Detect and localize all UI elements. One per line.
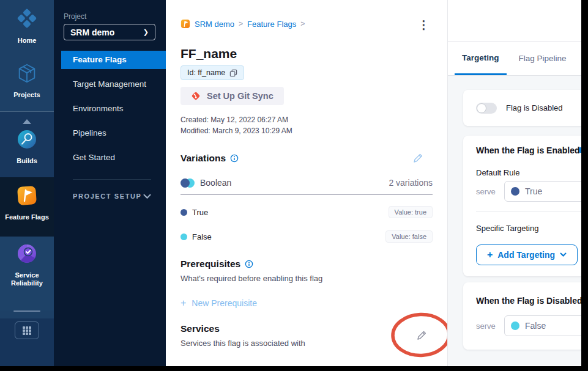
sidebar-item-target-management[interactable]: Target Management — [54, 72, 166, 97]
services-heading: Services — [180, 323, 220, 334]
page-title: FF_name — [180, 46, 237, 61]
breadcrumb-section-link[interactable]: Feature Flags — [247, 20, 296, 29]
new-prerequisite-button[interactable]: + New Prerequisite — [180, 298, 257, 309]
black-right-edge — [581, 0, 588, 371]
rail-item-home[interactable]: Home — [0, 7, 54, 45]
builds-icon — [16, 128, 38, 153]
breadcrumb-project-link[interactable]: SRM demo — [195, 20, 234, 29]
module-rail: Home Projects Builds Feature Flags — [0, 0, 54, 366]
flag-detail-main: SRM demo > Feature Flags > ⋮ FF_name Id:… — [166, 0, 447, 366]
setup-git-sync-button[interactable]: Set Up Git Sync — [180, 87, 284, 105]
project-setup-label: PROJECT SETUP — [73, 193, 142, 200]
rail-short-divider — [13, 310, 40, 312]
targeting-panel: Targeting Flag Pipeline Flag is Disabled… — [447, 0, 588, 366]
serve-value: False — [525, 321, 546, 331]
git-icon — [191, 91, 201, 101]
serve-true-select[interactable]: True — [504, 181, 588, 202]
rail-item-builds[interactable]: Builds — [0, 128, 54, 165]
toggle-knob — [477, 103, 486, 113]
rail-item-projects[interactable]: Projects — [0, 62, 54, 99]
flag-toggle-card: Flag is Disabled — [463, 90, 588, 126]
chevron-down-icon — [560, 252, 567, 257]
enabled-card-heading: When the Flag is Enabled — [476, 145, 580, 155]
tab-flag-pipeline[interactable]: Flag Pipeline — [512, 42, 574, 75]
grid-icon — [23, 326, 31, 335]
sidebar-item-environments[interactable]: Environments — [54, 97, 166, 121]
specific-targeting-label: Specific Targeting — [476, 224, 538, 233]
sidebar-item-feature-flags[interactable]: Feature Flags — [61, 51, 166, 69]
edit-services-pencil-icon[interactable] — [416, 330, 427, 343]
false-dot-icon — [511, 321, 519, 330]
project-setup-toggle[interactable]: PROJECT SETUP — [73, 191, 151, 202]
sidebar-item-pipelines[interactable]: Pipelines — [54, 121, 166, 145]
flag-enabled-card: When the Flag is Enabled Default Rule se… — [463, 136, 588, 276]
flag-disabled-card: When the Flag is Disabled serve False — [463, 282, 588, 350]
services-header: Services — [180, 323, 220, 334]
harness-ff-logo-icon — [180, 19, 190, 29]
rail-item-label: Home — [18, 37, 37, 45]
variations-header: Variations — [180, 153, 239, 164]
modified-timestamp: Modified: March 9, 2023 10:29 AM — [180, 127, 292, 135]
info-icon[interactable] — [245, 260, 253, 268]
app-grid-button[interactable] — [15, 321, 39, 339]
serve-label: serve — [476, 321, 504, 331]
project-selector[interactable]: SRM demo ❯ — [64, 24, 155, 40]
variation-count: 2 variations — [389, 178, 433, 188]
plus-icon: + — [487, 249, 493, 260]
kebab-menu-icon[interactable]: ⋮ — [414, 17, 433, 33]
rail-builds-band: Builds — [0, 112, 54, 177]
project-name: SRM demo — [70, 28, 114, 37]
false-dot-icon — [180, 233, 187, 240]
rail-item-service-reliability[interactable]: Service Reliability — [0, 243, 54, 287]
breadcrumb-separator: > — [239, 20, 243, 28]
disabled-card-heading: When the Flag is Disabled — [476, 296, 582, 306]
targeting-panel-body: Flag is Disabled When the Flag is Enable… — [448, 76, 588, 365]
tab-targeting[interactable]: Targeting — [455, 42, 507, 75]
variation-type-label: Boolean — [200, 178, 231, 188]
black-bottom-edge — [0, 366, 588, 371]
breadcrumb: SRM demo > Feature Flags > — [180, 19, 305, 29]
plus-icon: + — [180, 298, 186, 309]
chevron-down-icon — [143, 191, 151, 202]
variations-divider — [180, 194, 433, 195]
scroll-up-icon[interactable] — [23, 119, 31, 124]
feature-flags-icon — [16, 185, 38, 209]
rail-item-label: Service Reliability — [8, 271, 46, 287]
rail-item-label: Projects — [13, 91, 40, 99]
add-targeting-button[interactable]: + Add Targeting — [476, 244, 578, 265]
panel-header-space — [448, 0, 588, 42]
info-icon[interactable] — [230, 154, 239, 163]
default-serve-row: serve True — [476, 181, 588, 202]
home-icon — [15, 7, 39, 32]
edit-variations-pencil-icon[interactable] — [412, 153, 423, 166]
prerequisites-heading: Prerequisites — [180, 259, 240, 270]
true-dot-icon — [180, 209, 187, 216]
boolean-true-dot-icon — [180, 178, 190, 188]
projects-icon — [16, 62, 38, 87]
flag-id-text: Id: ff_name — [187, 68, 225, 77]
prerequisites-description: What's required before enabling this fla… — [180, 274, 322, 283]
prerequisites-header: Prerequisites — [180, 259, 253, 270]
variation-value-badge: Value: true — [389, 206, 433, 218]
variation-row-false: False Value: false — [180, 230, 433, 243]
flag-id-chip[interactable]: Id: ff_name — [180, 65, 244, 80]
rail-item-label: Builds — [17, 157, 37, 165]
serve-false-select[interactable]: False — [504, 315, 588, 336]
breadcrumb-separator: > — [300, 20, 305, 28]
serve-value: True — [525, 186, 542, 196]
services-description: Services this flag is associated with — [180, 339, 305, 348]
rail-service-reliability-band: Service Reliability — [0, 237, 54, 310]
rail-item-label: Feature Flags — [5, 213, 49, 221]
flag-enabled-toggle[interactable] — [476, 103, 497, 114]
sidebar-item-get-started[interactable]: Get Started — [54, 145, 166, 170]
flag-toggle-label: Flag is Disabled — [506, 103, 563, 112]
default-rule-label: Default Rule — [476, 168, 520, 177]
serve-label: serve — [476, 187, 504, 196]
variation-value-badge: Value: false — [385, 230, 433, 243]
rail-item-feature-flags[interactable]: Feature Flags — [0, 185, 54, 221]
git-sync-label: Set Up Git Sync — [207, 91, 274, 101]
sidebar-divider — [73, 179, 151, 180]
copy-icon[interactable] — [229, 69, 237, 77]
variations-heading: Variations — [180, 153, 226, 164]
project-label: Project — [64, 12, 86, 21]
